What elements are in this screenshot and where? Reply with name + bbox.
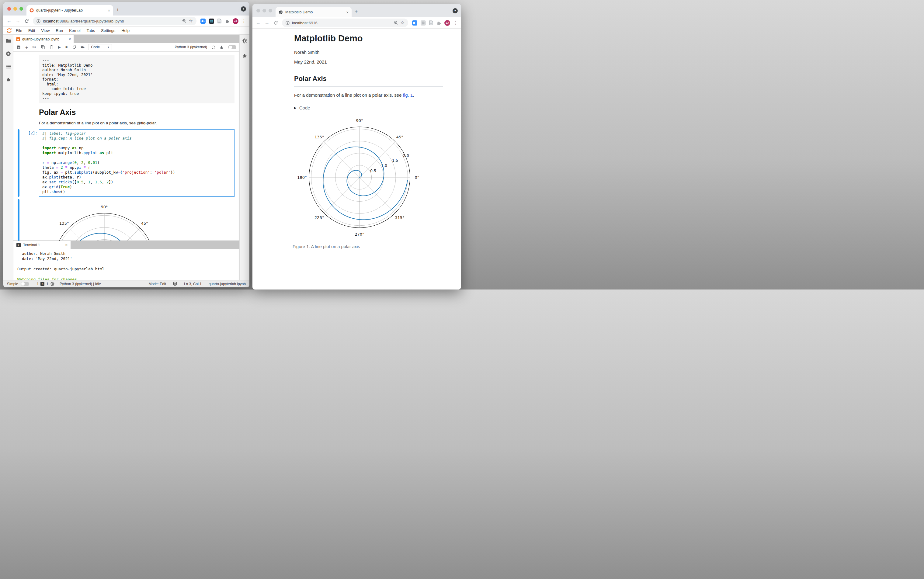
code-cell-editor[interactable]: #| label: fig-polar#| fig.cap: A line pl… xyxy=(39,129,234,197)
tab-search-button[interactable]: ▼ xyxy=(453,8,458,13)
debugger-bug-icon[interactable] xyxy=(219,45,224,49)
notebook-tab-close-icon[interactable]: × xyxy=(69,37,71,41)
jupyter-logo-icon xyxy=(7,28,12,33)
info-icon[interactable] xyxy=(36,19,41,23)
kernel-status-text[interactable]: Python 3 (ipykernel) | Idle xyxy=(60,282,101,286)
tab-search-button[interactable]: ▼ xyxy=(241,7,246,11)
extensions-icon[interactable] xyxy=(6,77,11,82)
browser-tab-matplotlib-demo[interactable]: Matplotlib Demo × xyxy=(276,7,352,17)
react-devtools-icon[interactable] xyxy=(420,20,426,26)
extensions-puzzle-icon[interactable] xyxy=(225,19,229,23)
cell-type-dropdown[interactable]: Code ▾ xyxy=(88,44,111,50)
autoscroll-toggle[interactable] xyxy=(228,45,236,49)
new-tab-button[interactable]: + xyxy=(113,7,122,15)
kernel-chip-icon[interactable] xyxy=(50,282,54,286)
cell-prompt xyxy=(20,199,39,241)
property-inspector-gear-icon[interactable] xyxy=(242,38,247,44)
terminal-tab[interactable]: $_ Terminal 1 × xyxy=(13,241,70,249)
reload-icon[interactable] xyxy=(25,19,29,23)
new-tab-button[interactable]: + xyxy=(352,9,361,17)
menu-item-settings[interactable]: Settings xyxy=(98,28,118,33)
cut-cell-icon[interactable]: ✂ xyxy=(33,45,36,49)
profile-avatar[interactable]: JJ xyxy=(444,20,450,26)
paste-cell-icon[interactable] xyxy=(49,45,54,49)
traffic-lights[interactable] xyxy=(257,9,272,13)
notebook-tab[interactable]: quarto-jupyterlab.ipynb × xyxy=(13,35,74,43)
tab-close-icon[interactable]: × xyxy=(346,10,348,15)
folder-icon[interactable] xyxy=(6,38,11,43)
markdown-cell[interactable]: Polar Axis For a demonstration of a line… xyxy=(13,107,239,125)
zoom-window-button[interactable] xyxy=(20,7,23,11)
traffic-lights[interactable] xyxy=(7,7,23,11)
zoom-window-button[interactable] xyxy=(268,9,272,13)
table-of-contents-icon[interactable] xyxy=(6,64,11,69)
zoom-meeting-icon[interactable] xyxy=(200,18,206,24)
minimize-window-button[interactable] xyxy=(13,7,17,11)
yaml-cell-editor[interactable]: --- title: Matplotlib Demo author: Norah… xyxy=(39,56,234,103)
tab-close-icon[interactable]: × xyxy=(108,8,110,13)
svg-text:135°: 135° xyxy=(314,135,324,139)
url-text[interactable]: localhost:6916 xyxy=(292,21,391,25)
zoom-indicator-icon[interactable] xyxy=(394,21,398,25)
menu-item-file[interactable]: File xyxy=(13,28,25,33)
kernel-name[interactable]: Python 3 (ipykernel) xyxy=(175,45,207,49)
cursor-position[interactable]: Ln 3, Col 1 xyxy=(184,282,202,286)
raw-yaml-cell[interactable]: --- title: Matplotlib Demo author: Norah… xyxy=(13,56,239,103)
browser-tab-jupyterlab[interactable]: quarto-jupyterl - JupyterLab × xyxy=(26,5,113,15)
notebook-content[interactable]: --- title: Matplotlib Demo author: Norah… xyxy=(13,52,239,240)
kernel-status-icon[interactable] xyxy=(212,46,215,49)
react-devtools-icon[interactable] xyxy=(209,18,214,24)
simple-mode-toggle[interactable] xyxy=(21,282,29,286)
run-all-icon[interactable]: ▶▶ xyxy=(81,46,83,49)
stop-icon[interactable]: ■ xyxy=(65,45,67,49)
add-cell-icon[interactable]: + xyxy=(25,45,28,49)
code-fold-toggle[interactable]: ▶ Code xyxy=(294,105,443,110)
forward-icon[interactable]: → xyxy=(265,20,270,25)
url-text[interactable]: localhost:8888/lab/tree/quarto-jupyterla… xyxy=(43,19,180,23)
svg-text:270°: 270° xyxy=(355,232,364,237)
copy-cell-icon[interactable] xyxy=(41,45,45,49)
close-window-button[interactable] xyxy=(257,9,260,13)
address-bar[interactable]: localhost:6916 ☆ xyxy=(282,18,408,27)
bookmark-star-icon[interactable]: ☆ xyxy=(401,20,404,26)
figure-link[interactable]: fig. 1 xyxy=(403,92,413,98)
extensions-puzzle-icon[interactable] xyxy=(437,21,441,25)
document-extension-icon[interactable] xyxy=(218,18,221,23)
debugger-bug-icon[interactable] xyxy=(242,54,247,58)
svg-text:1.5: 1.5 xyxy=(392,158,398,163)
forward-icon[interactable]: → xyxy=(16,18,20,23)
browser-menu-icon[interactable]: ⋮ xyxy=(242,18,246,23)
browser-menu-icon[interactable]: ⋮ xyxy=(453,20,458,25)
menu-item-view[interactable]: View xyxy=(38,28,52,33)
save-icon[interactable] xyxy=(16,45,21,49)
run-icon[interactable]: ▶ xyxy=(58,45,61,49)
browser-tabstrip: Matplotlib Demo × + ▼ xyxy=(252,4,461,17)
running-sessions-icon[interactable] xyxy=(6,51,11,56)
address-bar[interactable]: localhost:8888/lab/tree/quarto-jupyterla… xyxy=(33,17,196,25)
mode-indicator[interactable]: Mode: Edit xyxy=(149,282,166,286)
menu-item-kernel[interactable]: Kernel xyxy=(66,28,83,33)
svg-text:45°: 45° xyxy=(141,221,148,226)
menu-item-tabs[interactable]: Tabs xyxy=(83,28,98,33)
menu-item-edit[interactable]: Edit xyxy=(25,28,38,33)
trust-shield-icon[interactable] xyxy=(173,281,177,286)
zoom-meeting-icon[interactable] xyxy=(412,20,417,26)
menu-item-run[interactable]: Run xyxy=(52,28,66,33)
terminal-tab-close-icon[interactable]: × xyxy=(65,243,67,247)
document-extension-icon[interactable] xyxy=(429,20,433,25)
restart-kernel-icon[interactable] xyxy=(72,45,76,49)
terminal-icon[interactable]: $_ xyxy=(41,282,44,286)
profile-avatar[interactable]: JJ xyxy=(233,18,239,24)
menu-item-help[interactable]: Help xyxy=(118,28,132,33)
info-icon[interactable] xyxy=(286,21,289,25)
close-window-button[interactable] xyxy=(7,7,11,11)
back-icon[interactable]: ← xyxy=(7,18,11,23)
bookmark-star-icon[interactable]: ☆ xyxy=(189,18,193,24)
code-cell[interactable]: [2]: #| label: fig-polar#| fig.cap: A li… xyxy=(13,129,239,197)
terminal-output[interactable]: author: Norah Smith date: 'May 22nd, 202… xyxy=(13,249,239,280)
back-icon[interactable]: ← xyxy=(256,20,261,25)
extension-icons: JJ ⋮ xyxy=(412,20,458,26)
zoom-indicator-icon[interactable] xyxy=(182,19,186,23)
reload-icon[interactable] xyxy=(273,21,278,25)
minimize-window-button[interactable] xyxy=(262,9,266,13)
